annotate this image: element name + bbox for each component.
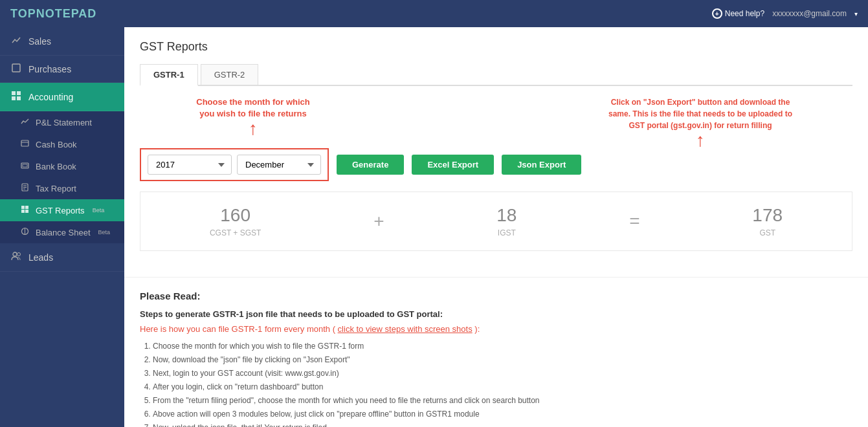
svg-point-20: [17, 253, 21, 256]
top-header: TopNotepad + Need help? xxxxxxxx@gmail.c…: [0, 0, 868, 27]
pl-icon: [21, 117, 29, 127]
annotations-wrapper: Choose the month for which you wish to f…: [140, 96, 852, 181]
tax-icon: [21, 183, 29, 193]
submenu-pl-statement[interactable]: P&L Statement: [0, 111, 124, 133]
sales-label: Sales: [28, 36, 51, 47]
step-4: After you login, click on "return dashbo…: [153, 381, 852, 393]
igst-stat: 18 IGST: [496, 205, 517, 237]
gst-label: GST: [752, 228, 783, 237]
cash-icon: [21, 139, 29, 149]
svg-rect-8: [23, 164, 27, 167]
sidebar-item-sales[interactable]: Sales: [0, 27, 124, 56]
sidebar-item-leads[interactable]: Leads: [0, 243, 124, 272]
igst-label: IGST: [496, 228, 517, 237]
tab-gstr1[interactable]: GSTR-1: [140, 64, 198, 86]
sidebar: Sales Purchases Accounting: [0, 27, 124, 427]
svg-rect-5: [21, 140, 28, 146]
svg-rect-0: [12, 64, 20, 72]
user-dropdown-arrow[interactable]: ▾: [854, 10, 858, 17]
link-suffix: ):: [474, 324, 480, 334]
leads-label: Leads: [28, 252, 53, 263]
submenu-gst-reports[interactable]: GST Reports Beta: [0, 199, 124, 221]
link-line: Here is how you can file GSTR-1 form eve…: [140, 324, 852, 334]
gst-beta-badge: Beta: [93, 207, 105, 214]
svg-rect-4: [17, 96, 21, 100]
date-controls: 2017 2016 2018 JanuaryFebruaryMarchApril…: [140, 148, 329, 181]
help-icon: +: [712, 8, 722, 19]
arrow-up-right: ↑: [696, 130, 705, 150]
header-right: + Need help? xxxxxxxx@gmail.com ▾: [712, 8, 858, 19]
submenu-cash-book[interactable]: Cash Book: [0, 133, 124, 155]
submenu-bank-book[interactable]: Bank Book: [0, 155, 124, 177]
step-3: Next, login to your GST account (visit: …: [153, 367, 852, 379]
cgst-sgst-stat: 160 CGST + SGST: [210, 205, 261, 237]
leads-icon: [10, 251, 22, 263]
purchases-label: Purchases: [28, 64, 71, 74]
cgst-sgst-value: 160: [210, 205, 261, 226]
accounting-icon: [10, 91, 22, 103]
please-read-section: Please Read: Steps to generate GSTR-1 js…: [124, 277, 868, 427]
year-select[interactable]: 2017 2016 2018: [148, 155, 232, 175]
need-help[interactable]: + Need help?: [712, 8, 764, 19]
submenu-tax-report[interactable]: Tax Report: [0, 177, 124, 199]
content-area: GST Reports GSTR-1 GSTR-2 Choose the mon…: [124, 27, 868, 427]
accounting-submenu: P&L Statement Cash Book Bank Book Tax Re…: [0, 111, 124, 243]
svg-rect-16: [25, 210, 28, 213]
svg-rect-3: [12, 96, 16, 100]
link-prefix: Here is how you can file GSTR-1 form eve…: [140, 324, 338, 334]
main-layout: Sales Purchases Accounting: [0, 27, 868, 427]
step-6: Above action will open 3 modules below, …: [153, 408, 852, 420]
step-7: Now, upload the josn file, that it! Your…: [153, 422, 852, 427]
equals-operator: =: [629, 211, 640, 232]
arrow-up-left: ↑: [249, 118, 258, 138]
svg-rect-1: [12, 91, 16, 95]
tab-gstr2[interactable]: GSTR-2: [201, 64, 259, 85]
gst-stat: 178 GST: [752, 205, 783, 237]
page-title: GST Reports: [140, 40, 852, 54]
controls-row: 2017 2016 2018 JanuaryFebruaryMarchApril…: [140, 148, 852, 181]
gst-value: 178: [752, 205, 783, 226]
please-read-heading: Please Read:: [140, 290, 852, 301]
generate-button[interactable]: Generate: [337, 155, 404, 175]
excel-export-button[interactable]: Excel Export: [412, 155, 494, 175]
steps-list: Choose the month for which you wish to f…: [140, 340, 852, 427]
plus-operator: +: [373, 211, 384, 232]
gst-icon: [21, 205, 29, 215]
balance-beta-badge: Beta: [98, 229, 111, 235]
stats-row: 160 CGST + SGST + 18 IGST = 178 GST: [140, 192, 852, 251]
logo-top: Top: [10, 7, 36, 20]
user-email[interactable]: xxxxxxxx@gmail.com: [772, 9, 847, 18]
sidebar-item-purchases[interactable]: Purchases: [0, 56, 124, 83]
tabs-container: GSTR-1 GSTR-2: [140, 64, 852, 86]
svg-rect-15: [21, 210, 25, 213]
step-2: Now, download the "json" file by clickin…: [153, 354, 852, 366]
svg-rect-14: [25, 206, 28, 209]
annotation-left: Choose the month for which you wish to f…: [192, 96, 315, 138]
accounting-label: Accounting: [28, 92, 73, 102]
content-inner: GST Reports GSTR-1 GSTR-2 Choose the mon…: [124, 27, 868, 277]
purchases-icon: [10, 63, 22, 74]
steps-title: Steps to generate GSTR-1 json file that …: [140, 309, 852, 319]
sidebar-item-accounting[interactable]: Accounting: [0, 83, 124, 111]
step-5: From the "return filing period", choose …: [153, 395, 852, 406]
need-help-label: Need help?: [725, 9, 764, 18]
igst-value: 18: [496, 205, 517, 226]
cgst-sgst-label: CGST + SGST: [210, 228, 261, 237]
json-export-button[interactable]: Json Export: [502, 155, 581, 175]
svg-point-19: [13, 252, 17, 256]
logo: TopNotepad: [10, 7, 96, 21]
bank-icon: [21, 161, 29, 171]
month-select[interactable]: JanuaryFebruaryMarchApril MayJuneJulyAug…: [237, 155, 321, 175]
submenu-balance-sheet[interactable]: Balance Sheet Beta: [0, 221, 124, 243]
view-steps-link[interactable]: click to view steps with screen shots: [338, 324, 473, 334]
logo-notepad: Notepad: [36, 7, 97, 20]
sales-icon: [10, 35, 22, 47]
step-1: Choose the month for which you wish to f…: [153, 340, 852, 352]
svg-rect-2: [17, 91, 21, 95]
annotation-right: Click on "Json Export" button and downlo…: [600, 96, 801, 149]
balance-icon: [21, 227, 29, 237]
svg-rect-13: [21, 206, 25, 209]
